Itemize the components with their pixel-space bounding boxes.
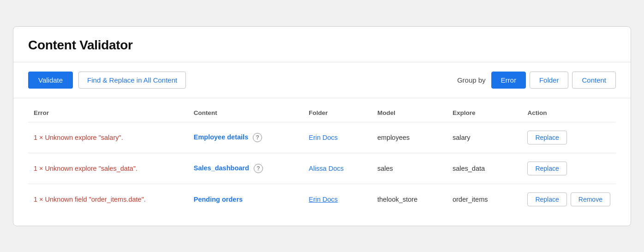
error-text: 1 × Unknown field "order_items.date". [34, 196, 146, 203]
folder-cell: Erin Docs [303, 184, 372, 215]
table-row: 1 × Unknown explore "salary". Employee d… [28, 122, 616, 153]
error-text: 1 × Unknown explore "salary". [34, 134, 123, 141]
content-cell: Pending orders [188, 184, 304, 215]
group-by-content-button[interactable]: Content [572, 72, 616, 89]
info-icon[interactable]: ? [254, 164, 263, 173]
content-cell: Sales_dashboard ? [188, 153, 304, 184]
validate-button[interactable]: Validate [28, 72, 73, 89]
action-cell: Replace Remove [522, 184, 616, 215]
explore-cell: sales_data [447, 153, 522, 184]
error-cell: 1 × Unknown explore "salary". [28, 122, 188, 153]
folder-cell: Alissa Docs [303, 153, 372, 184]
table-row: 1 × Unknown field "order_items.date". Pe… [28, 184, 616, 215]
content-link[interactable]: Pending orders [194, 196, 243, 203]
folder-link[interactable]: Erin Docs [309, 134, 338, 141]
error-cell: 1 × Unknown field "order_items.date". [28, 184, 188, 215]
col-header-model: Model [372, 102, 447, 122]
replace-button[interactable]: Replace [527, 131, 566, 144]
content-cell: Employee details ? [188, 122, 304, 153]
group-by-label: Group by [457, 76, 486, 84]
remove-button[interactable]: Remove [571, 192, 610, 206]
action-cell: Replace [522, 122, 616, 153]
col-header-folder: Folder [303, 102, 372, 122]
info-icon[interactable]: ? [253, 133, 262, 142]
col-header-explore: Explore [447, 102, 522, 122]
explore-cell: order_items [447, 184, 522, 215]
action-buttons: Replace Remove [527, 192, 610, 206]
toolbar-right: Group by Error Folder Content [457, 72, 616, 89]
find-replace-button[interactable]: Find & Replace in All Content [78, 72, 186, 89]
group-by-error-button[interactable]: Error [491, 72, 526, 89]
model-cell: sales [372, 153, 447, 184]
col-header-content: Content [188, 102, 304, 122]
model-cell: employees [372, 122, 447, 153]
content-validator-card: Content Validator Validate Find & Replac… [13, 26, 631, 226]
col-header-action: Action [522, 102, 616, 122]
folder-link[interactable]: Erin Docs [309, 196, 338, 203]
replace-button[interactable]: Replace [527, 192, 566, 206]
error-cell: 1 × Unknown explore "sales_data". [28, 153, 188, 184]
table-header-row: Error Content Folder Model Explore Actio… [28, 102, 616, 122]
col-header-error: Error [28, 102, 188, 122]
table-section: Error Content Folder Model Explore Actio… [13, 102, 631, 226]
folder-link[interactable]: Alissa Docs [309, 165, 344, 172]
errors-table: Error Content Folder Model Explore Actio… [28, 102, 616, 215]
group-by-folder-button[interactable]: Folder [530, 72, 569, 89]
toolbar: Validate Find & Replace in All Content G… [13, 62, 631, 98]
folder-cell: Erin Docs [303, 122, 372, 153]
action-buttons: Replace [527, 131, 610, 144]
explore-cell: salary [447, 122, 522, 153]
error-text: 1 × Unknown explore "sales_data". [34, 165, 137, 172]
model-cell: thelook_store [372, 184, 447, 215]
card-header: Content Validator [13, 27, 631, 62]
content-link[interactable]: Employee details [194, 133, 248, 140]
table-row: 1 × Unknown explore "sales_data". Sales_… [28, 153, 616, 184]
replace-button[interactable]: Replace [527, 162, 566, 175]
action-buttons: Replace [527, 162, 610, 175]
page-title: Content Validator [28, 38, 616, 53]
action-cell: Replace [522, 153, 616, 184]
toolbar-left: Validate Find & Replace in All Content [28, 72, 186, 89]
content-link[interactable]: Sales_dashboard [194, 164, 249, 171]
